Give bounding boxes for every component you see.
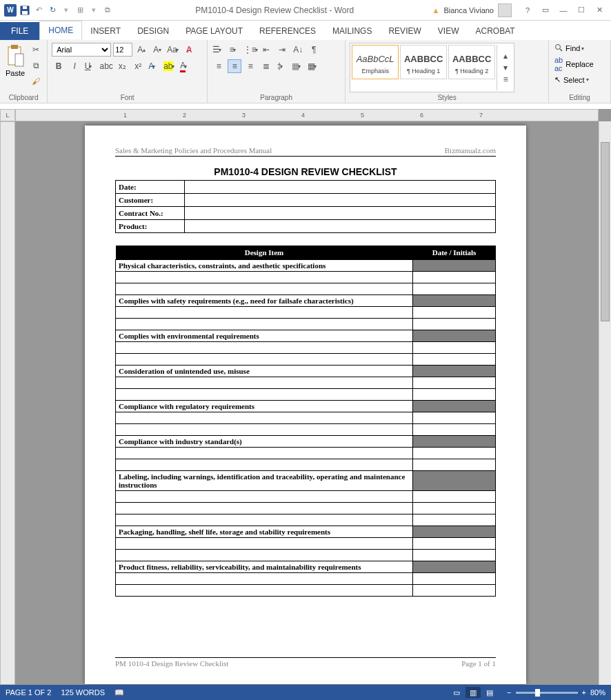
table-row[interactable] <box>413 448 496 459</box>
horizontal-ruler[interactable]: 1234567 <box>15 109 599 121</box>
zoom-in-button[interactable]: + <box>582 688 586 697</box>
spelling-icon[interactable]: 📖 <box>114 688 124 697</box>
date-initials-cell[interactable] <box>413 401 496 412</box>
table-row[interactable] <box>413 342 496 354</box>
underline-button[interactable]: U▾ <box>83 59 97 73</box>
decrease-indent-button[interactable]: ⇤ <box>259 43 273 57</box>
table-row[interactable] <box>413 272 496 283</box>
table-row[interactable] <box>116 342 413 354</box>
zoom-level[interactable]: 80% <box>590 688 605 697</box>
tab-acrobat[interactable]: ACROBAT <box>467 22 523 40</box>
scrollbar-thumb[interactable] <box>601 142 610 321</box>
design-item[interactable]: Product fitness, reliability, serviceabi… <box>116 561 413 573</box>
table-row[interactable] <box>413 377 496 389</box>
style-emphasis[interactable]: AaBbCcL Emphasis <box>352 45 399 79</box>
design-item[interactable]: Consideration of unintended use, misuse <box>116 366 413 377</box>
table-row[interactable] <box>116 319 413 330</box>
table-row[interactable] <box>116 514 413 526</box>
copy-button[interactable]: ⧉ <box>29 59 43 72</box>
meta-product-value[interactable] <box>185 220 496 233</box>
table-row[interactable] <box>413 424 496 436</box>
table-row[interactable] <box>413 514 496 526</box>
table-row[interactable] <box>116 389 413 401</box>
design-item[interactable]: Physical characteristics, constraints, a… <box>116 260 413 272</box>
bold-button[interactable]: B <box>52 59 66 73</box>
help-icon[interactable]: ? <box>521 6 534 14</box>
date-initials-cell[interactable] <box>413 260 496 272</box>
vertical-ruler[interactable] <box>0 121 15 685</box>
meta-contract-value[interactable] <box>185 207 496 220</box>
table-row[interactable] <box>116 459 413 471</box>
shrink-font-button[interactable]: A▾ <box>150 43 164 57</box>
tab-review[interactable]: REVIEW <box>380 22 429 40</box>
table-row[interactable] <box>116 585 413 597</box>
superscript-button[interactable]: x² <box>131 59 145 73</box>
touch-mode-icon[interactable]: ⊞ <box>74 5 86 16</box>
table-row[interactable] <box>413 585 496 597</box>
table-row[interactable] <box>413 389 496 401</box>
redo-icon[interactable]: ↻ <box>47 5 58 16</box>
table-row[interactable] <box>413 573 496 585</box>
styles-gallery[interactable]: AaBbCcL Emphasis AABBCC ¶ Heading 1 AABB… <box>350 43 514 92</box>
borders-button[interactable]: ▦▾ <box>307 59 321 73</box>
table-row[interactable] <box>413 491 496 503</box>
tab-view[interactable]: VIEW <box>430 22 468 40</box>
replace-button[interactable]: abacReplace <box>553 55 595 73</box>
justify-button[interactable]: ≣ <box>259 59 273 73</box>
date-initials-cell[interactable] <box>413 526 496 538</box>
close-button[interactable]: ✕ <box>593 6 605 14</box>
tab-page-layout[interactable]: PAGE LAYOUT <box>177 22 251 40</box>
table-row[interactable] <box>116 283 413 295</box>
date-initials-cell[interactable] <box>413 436 496 448</box>
clear-formatting-button[interactable]: A̷ <box>182 43 196 57</box>
date-initials-cell[interactable] <box>413 366 496 377</box>
minimize-button[interactable]: — <box>557 6 570 14</box>
web-layout-button[interactable]: ▤ <box>482 687 497 698</box>
date-initials-cell[interactable] <box>413 295 496 307</box>
table-row[interactable] <box>413 459 496 471</box>
table-row[interactable] <box>413 538 496 550</box>
show-marks-button[interactable]: ¶ <box>307 43 321 57</box>
italic-button[interactable]: I <box>68 59 81 73</box>
strikethrough-button[interactable]: abc <box>99 59 113 73</box>
design-item[interactable]: Complies with safety requirements (e.g.,… <box>116 295 413 307</box>
tab-design[interactable]: DESIGN <box>129 22 177 40</box>
tab-file[interactable]: FILE <box>0 22 39 40</box>
style-heading2[interactable]: AABBCC ¶ Heading 2 <box>448 45 495 79</box>
change-case-button[interactable]: Aa▾ <box>166 43 180 57</box>
table-row[interactable] <box>116 412 413 424</box>
read-mode-button[interactable]: ▭ <box>449 687 464 698</box>
zoom-slider[interactable] <box>516 692 578 694</box>
style-heading1[interactable]: AABBCC ¶ Heading 1 <box>400 45 447 79</box>
date-initials-cell[interactable] <box>413 330 496 342</box>
maximize-button[interactable]: ☐ <box>575 6 588 14</box>
ribbon-options-icon[interactable]: ▭ <box>539 6 552 14</box>
table-row[interactable] <box>413 503 496 514</box>
table-row[interactable] <box>116 448 413 459</box>
table-row[interactable] <box>116 377 413 389</box>
zoom-knob[interactable] <box>535 689 540 697</box>
table-row[interactable] <box>116 307 413 319</box>
design-item[interactable]: Packaging, handling, shelf life, storage… <box>116 526 413 538</box>
sort-button[interactable]: A↓ <box>291 43 305 57</box>
grow-font-button[interactable]: A▴ <box>134 43 148 57</box>
font-color-button[interactable]: A▾ <box>179 59 192 73</box>
tab-references[interactable]: REFERENCES <box>251 22 324 40</box>
tab-insert[interactable]: INSERT <box>82 22 129 40</box>
page-indicator[interactable]: PAGE 1 OF 2 <box>6 688 51 697</box>
vertical-scrollbar[interactable] <box>599 121 611 685</box>
bullets-button[interactable]: ☰▾ <box>212 43 226 57</box>
table-row[interactable] <box>116 550 413 561</box>
align-center-button[interactable]: ≡ <box>228 59 241 73</box>
format-painter-button[interactable]: 🖌 <box>29 74 43 88</box>
table-row[interactable] <box>413 550 496 561</box>
table-row[interactable] <box>116 503 413 514</box>
document-page[interactable]: Sales & Marketing Policies and Procedure… <box>85 126 526 684</box>
table-row[interactable] <box>116 424 413 436</box>
table-row[interactable] <box>116 354 413 366</box>
word-count[interactable]: 125 WORDS <box>61 688 105 697</box>
table-row[interactable] <box>116 538 413 550</box>
undo-icon[interactable]: ↶ <box>33 5 44 16</box>
numbering-button[interactable]: ≡▾ <box>228 43 241 57</box>
font-size-combo[interactable] <box>113 43 132 57</box>
